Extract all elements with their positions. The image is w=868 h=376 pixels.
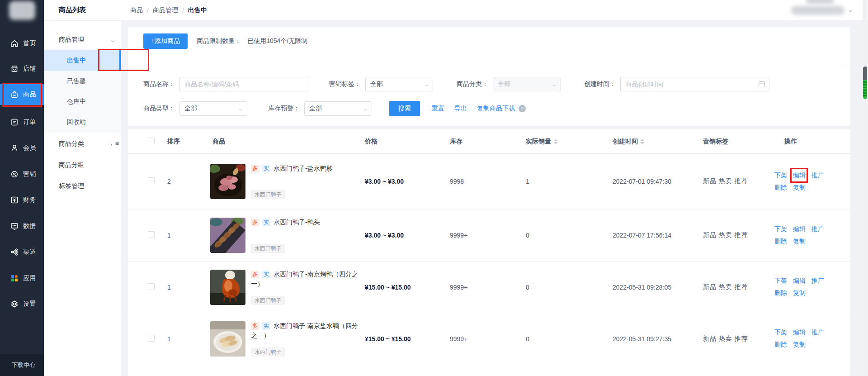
action-promote[interactable]: 推广 [811, 328, 824, 337]
sidebar-item-goods[interactable]: 商品 [0, 84, 44, 105]
action-delete[interactable]: 删除 [774, 238, 787, 246]
row-checkbox[interactable] [148, 335, 155, 342]
submenu-item-goods-category[interactable]: 商品分类 › [44, 134, 121, 154]
submenu-item-in-warehouse[interactable]: 仓库中 [44, 92, 121, 112]
chevron-down-icon[interactable]: ⌄ [847, 7, 854, 13]
sidebar-item-label: 设置 [23, 300, 36, 308]
product-type-select[interactable]: 全部 ⌄ [179, 101, 247, 116]
sort-arrows-icon[interactable] [554, 139, 557, 144]
secondary-sidebar: 商品列表 商品管理 ⌄ 出售中 已售罄 仓库中 回收站 商品分类 › 商品分组 … [44, 0, 121, 376]
stock-value: 9999+ [444, 335, 520, 343]
submenu-item-goods-group[interactable]: 商品分组 [44, 155, 121, 175]
vertical-scrollbar-track[interactable] [863, 0, 868, 376]
action-edit-annotated[interactable]: 编辑 [793, 171, 806, 180]
export-link[interactable]: 导出 [454, 105, 467, 113]
submenu-group-goods-management[interactable]: 商品管理 ⌄ [44, 31, 121, 49]
sidebar-item-data[interactable]: 数据 [0, 216, 44, 237]
sort-arrows-icon[interactable] [641, 139, 644, 144]
sidebar-item-label: 店铺 [23, 65, 36, 73]
sidebar-item-label: 数据 [23, 222, 36, 230]
action-copy[interactable]: 复制 [793, 184, 806, 192]
action-edit[interactable]: 编辑 [793, 277, 806, 285]
created-time-input[interactable] [620, 77, 769, 91]
price-value: ¥15.00 ~ ¥15.00 [364, 284, 444, 291]
product-image[interactable] [210, 218, 245, 253]
marketing-tag-select[interactable]: 全部 ⌄ [365, 77, 433, 91]
submenu-item-label: 标签管理 [59, 182, 84, 190]
sidebar-item-channels[interactable]: 渠道 [0, 242, 44, 262]
sidebar-item-shop[interactable]: 店铺 [0, 58, 44, 79]
product-limit-label: 商品限制数量： [197, 37, 241, 45]
action-copy[interactable]: 复制 [793, 289, 806, 297]
member-icon [10, 143, 19, 152]
action-copy[interactable]: 复制 [793, 238, 806, 246]
stock-value: 9999+ [444, 284, 520, 291]
submenu-item-label: 已售罄 [67, 77, 86, 86]
product-cell: 多实水西门鸭子-南京烤鸭（四分之一） 水西门鸭子 [210, 270, 364, 305]
row-checkbox[interactable] [148, 177, 155, 184]
divider [128, 66, 850, 66]
action-promote[interactable]: 推广 [811, 225, 824, 233]
sidebar-item-finance[interactable]: 财务 [0, 190, 44, 210]
sidebar-item-orders[interactable]: 订单 [0, 112, 44, 133]
badge-real-goods: 实 [262, 322, 270, 330]
product-name-input[interactable] [179, 77, 308, 91]
vertical-scrollbar-thumb[interactable] [863, 67, 867, 99]
product-name[interactable]: 水西门鸭子-盐水鸭胗 [274, 165, 333, 172]
stock-warning-select[interactable]: 全部 ⌄ [304, 101, 372, 116]
action-edit[interactable]: 编辑 [793, 328, 806, 337]
chevron-right-icon: › [110, 140, 112, 148]
order-icon [10, 118, 19, 127]
sales-value: 0 [520, 284, 607, 291]
product-name[interactable]: 水西门鸭子-鸭头 [274, 219, 320, 226]
breadcrumb-separator: / [147, 7, 149, 14]
action-promote[interactable]: 推广 [811, 171, 824, 180]
created-value: 2022-07-07 17:56:14 [607, 232, 698, 239]
reset-link[interactable]: 重置 [432, 105, 444, 113]
action-delete[interactable]: 删除 [774, 184, 787, 192]
action-edit[interactable]: 编辑 [793, 225, 806, 233]
marketing-tag-label: 营销标签： [329, 80, 361, 88]
sort-value: 1 [165, 284, 210, 291]
action-take-down[interactable]: 下架 [774, 171, 787, 180]
action-copy[interactable]: 复制 [793, 341, 806, 349]
breadcrumb-goods-management[interactable]: 商品管理 [153, 6, 178, 14]
submenu-item-on-sale[interactable]: 出售中 [44, 50, 121, 71]
account-name-blurred[interactable] [791, 6, 844, 15]
help-question-icon[interactable]: ? [519, 105, 526, 112]
copy-download-link[interactable]: 复制商品下载 [477, 105, 515, 113]
breadcrumb-goods[interactable]: 商品 [130, 6, 143, 14]
price-value: ¥3.00 ~ ¥3.00 [364, 232, 444, 239]
header-product: 商品 [210, 138, 364, 146]
action-delete[interactable]: 删除 [774, 289, 787, 297]
product-image[interactable] [210, 270, 245, 305]
row-checkbox[interactable] [148, 283, 155, 290]
sidebar-item-marketing[interactable]: 营销 [0, 164, 44, 185]
action-promote[interactable]: 推广 [811, 277, 824, 285]
sidebar-item-settings[interactable]: 设置 [0, 294, 44, 314]
action-take-down[interactable]: 下架 [774, 225, 787, 233]
sidebar-item-label: 渠道 [23, 248, 36, 256]
hamburger-handle-icon[interactable]: ≡ [115, 140, 119, 147]
select-all-checkbox[interactable] [148, 138, 155, 144]
sidebar-item-members[interactable]: 会员 [0, 138, 44, 158]
product-category-select[interactable]: 全部 ⌄ [493, 77, 561, 91]
action-delete[interactable]: 删除 [774, 341, 787, 349]
sidebar-item-home[interactable]: 首页 [0, 33, 44, 54]
goods-bag-icon [10, 90, 19, 99]
sidebar-item-apps[interactable]: 应用 [0, 268, 44, 289]
product-image[interactable] [210, 321, 245, 357]
search-button[interactable]: 搜索 [389, 101, 420, 116]
submenu-item-tag-management[interactable]: 标签管理 [44, 176, 121, 196]
chevron-down-icon: ⌄ [363, 106, 368, 112]
row-checkbox[interactable] [148, 231, 155, 238]
action-take-down[interactable]: 下架 [774, 328, 787, 337]
add-product-button[interactable]: +添加商品 [143, 33, 188, 49]
download-center-button[interactable]: 下载中心 [0, 354, 44, 376]
product-text: 多实水西门鸭子-南京烤鸭（四分之一） 水西门鸭子 [251, 270, 364, 305]
submenu-item-sold-out[interactable]: 已售罄 [44, 71, 121, 91]
submenu-item-recycle-bin[interactable]: 回收站 [44, 112, 121, 132]
calendar-icon[interactable] [758, 81, 765, 88]
action-take-down[interactable]: 下架 [774, 277, 787, 285]
product-image[interactable] [210, 164, 245, 199]
